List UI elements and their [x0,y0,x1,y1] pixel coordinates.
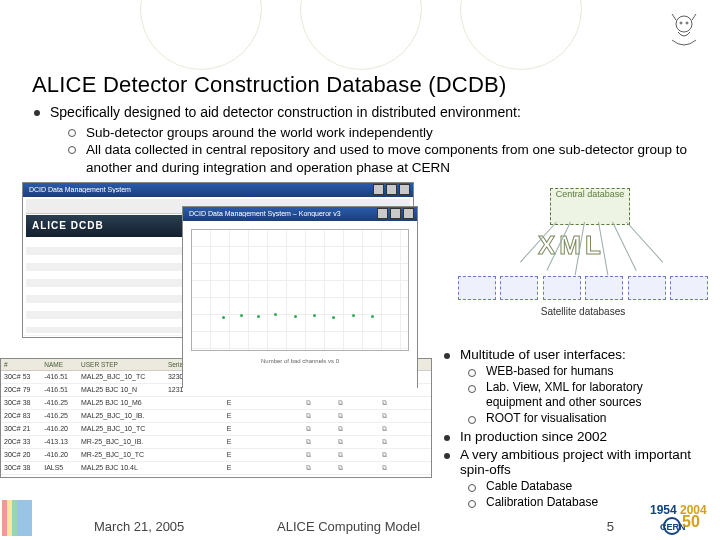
table-header: NAME [41,359,78,371]
chart-window: DCID Data Management System – Konqueror … [182,206,418,388]
intro-sub-0: Sub-detector groups around the world wor… [64,124,702,141]
table-row: 20C# 33-413.13MR-25_BJC_10_IB.E⧉⧉⧉ [1,435,431,448]
table-header: # [1,359,41,371]
xml-label: XML [538,230,605,261]
footer-page: 5 [607,519,614,534]
slide-footer: March 21, 2005 ALICE Computing Model 5 [0,519,720,534]
intro-bullet: Specifically designed to aid detector co… [30,104,702,120]
table-row: 30C# 21-416.20MAL25_BJC_10_TCE⧉⧉⧉ [1,422,431,435]
satellite-label: Satellite databases [458,306,708,317]
corner-illustration [656,10,702,50]
table-header: USER STEP [78,359,165,371]
central-db-node: Central database [550,188,630,225]
table-row: 30C# 20-416.20MR-25_BJC_10_TCE⧉⧉⧉ [1,448,431,461]
svg-text:50: 50 [682,513,700,530]
right-bullets: Multitude of user interfaces: WEB-based … [440,344,698,511]
screenshot-composite: DCID Data Management System ALICE DCDB W… [0,182,440,478]
svg-point-2 [686,22,688,24]
chart-caption: Number of bad channels vs 0 [192,358,408,364]
table-row: 30C# 38-416.25MAL25 BJC 10_M6E⧉⧉⧉ [1,396,431,409]
architecture-diagram: Central database XML Satellite databases [458,188,708,338]
table-row: 20C# 83-416.25MAL25_BJC_10_IB.E⧉⧉⧉ [1,409,431,422]
svg-point-0 [676,16,692,32]
slide-title: ALICE Detector Construction Database (DC… [32,72,702,98]
chart-area: Number of bad channels vs 0 [191,229,409,351]
table-row: 30C# 38IALS5MAL25 BJC 10.4LE⧉⧉⧉ [1,461,431,474]
intro-sub-1: All data collected in central repository… [64,141,702,176]
svg-point-1 [680,22,682,24]
footer-title: ALICE Computing Model [277,519,420,534]
footer-date: March 21, 2005 [94,519,184,534]
